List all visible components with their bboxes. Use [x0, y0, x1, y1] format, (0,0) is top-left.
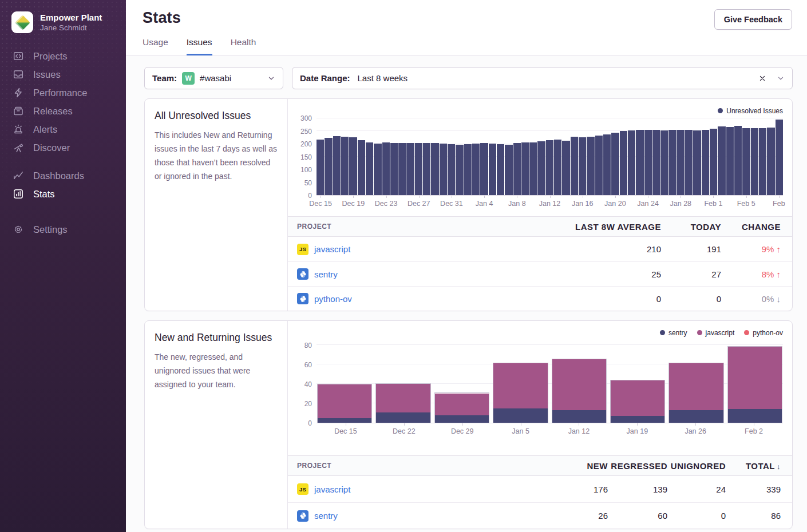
give-feedback-button[interactable]: Give Feedback	[714, 9, 792, 30]
project-link[interactable]: python-ov	[314, 294, 352, 304]
legend-item-python-ov[interactable]: python-ov	[744, 329, 783, 337]
legend-dot-icon	[744, 330, 749, 335]
panel-unresolved-info: All Unresolved Issues This includes New …	[145, 99, 288, 311]
page-title: Stats	[143, 9, 181, 27]
chevron-down-icon[interactable]	[777, 74, 785, 82]
x-axis-tick-label: Jan 26	[685, 427, 706, 435]
value-cell: 60	[608, 511, 667, 521]
bar	[603, 134, 611, 195]
org-logo-icon	[15, 15, 30, 30]
sidebar-item-settings[interactable]: Settings	[0, 220, 126, 239]
bar	[644, 130, 652, 195]
x-axis-tick	[484, 196, 485, 198]
panel-unresolved-body: Unresolved Issues 050100150200250300 Dec…	[288, 99, 792, 311]
sidebar-item-alerts[interactable]: Alerts	[0, 120, 126, 138]
bar	[537, 141, 545, 195]
segment-javascript	[552, 359, 606, 410]
x-axis-tick-label: Dec 22	[393, 427, 416, 435]
bar	[448, 144, 455, 195]
bar	[693, 130, 701, 195]
value-cell: 26	[551, 511, 608, 521]
clear-icon[interactable]	[758, 74, 766, 82]
chevron-down-icon[interactable]	[267, 74, 275, 82]
sidebar-item-releases[interactable]: Releases	[0, 102, 126, 120]
table-body: JSjavascript2101919% ↑sentry25278% ↑pyth…	[288, 237, 792, 311]
sidebar-item-performance[interactable]: Performance	[0, 84, 126, 102]
project-link[interactable]: javascript	[314, 244, 350, 254]
javascript-platform-icon: JS	[297, 244, 308, 255]
projects-icon	[13, 50, 24, 62]
sidebar-item-issues[interactable]: Issues	[0, 65, 126, 84]
table-row: JSjavascript2101919% ↑	[288, 237, 792, 261]
value-cell: 139	[608, 485, 667, 494]
legend-item-sentry[interactable]: sentry	[660, 329, 687, 337]
y-axis-tick-label: 300	[300, 114, 312, 122]
team-filter[interactable]: Team: W #wasabi	[144, 67, 283, 89]
x-axis-tick	[579, 423, 579, 426]
table-body: JSjavascript17613924339sentry2660086	[288, 476, 792, 529]
tab-health[interactable]: Health	[231, 37, 256, 55]
segment-sentry	[376, 412, 430, 423]
nav-section: Settings	[0, 220, 126, 239]
bar	[546, 140, 553, 195]
bar	[571, 137, 578, 195]
issues-icon	[13, 69, 24, 80]
sidebar-item-label: Discover	[33, 142, 70, 153]
tab-usage[interactable]: Usage	[143, 37, 168, 55]
bar	[415, 143, 422, 195]
y-axis-tick-label: 150	[300, 153, 312, 161]
value-cell: 0	[661, 294, 721, 304]
value-cell: 86	[726, 511, 781, 521]
date-range-filter[interactable]: Date Range: Last 8 weeks	[292, 67, 793, 89]
bar	[423, 143, 430, 195]
y-axis-tick-label: 60	[304, 361, 312, 369]
panel-description: This includes New and Returning issues i…	[155, 128, 277, 183]
stacked-bar	[552, 359, 607, 423]
bar	[382, 142, 390, 195]
sidebar-item-discover[interactable]: Discover	[0, 138, 126, 157]
segment-javascript	[493, 363, 547, 408]
stacked-bar-slot	[317, 340, 372, 423]
bar	[710, 129, 717, 195]
panel-all-unresolved-issues: All Unresolved Issues This includes New …	[144, 98, 793, 311]
x-axis-tick-label: Dec 15	[309, 200, 332, 208]
x-axis-tick-label: Feb	[773, 200, 785, 208]
team-avatar: W	[182, 72, 195, 85]
project-link[interactable]: javascript	[314, 485, 350, 494]
x-axis: Dec 15Dec 22Dec 29Jan 5Jan 12Jan 19Jan 2…	[317, 423, 783, 439]
project-link[interactable]: sentry	[314, 269, 338, 279]
legend-item-unresolved-issues[interactable]: Unresolved Issues	[718, 107, 783, 115]
x-axis-tick-label: Jan 12	[539, 200, 561, 208]
bar	[554, 140, 561, 195]
legend-item-javascript[interactable]: javascript	[697, 329, 735, 337]
sidebar-item-projects[interactable]: Projects	[0, 47, 126, 65]
org-switcher[interactable]: Empower Plant Jane Schmidt	[0, 0, 126, 33]
x-axis-tick	[419, 196, 420, 198]
bar	[456, 145, 463, 195]
x-axis-tick	[462, 423, 463, 426]
bar	[751, 128, 758, 195]
project-link[interactable]: sentry	[314, 511, 338, 521]
value-cell: 0	[667, 511, 726, 521]
segment-sentry	[552, 410, 606, 423]
x-axis-tick	[648, 196, 648, 198]
sidebar-item-label: Dashboards	[33, 170, 84, 181]
sidebar-item-dashboards[interactable]: Dashboards	[0, 166, 126, 185]
bar	[668, 130, 676, 195]
org-meta: Empower Plant Jane Schmidt	[40, 12, 102, 33]
bar	[767, 128, 774, 195]
bar	[726, 127, 734, 195]
column-header-total[interactable]: TOTAL↓	[726, 461, 781, 471]
x-axis-tick-label: Dec 23	[375, 200, 398, 208]
bar	[317, 140, 324, 195]
python-platform-icon	[297, 293, 308, 304]
x-axis-tick-label: Jan 16	[572, 200, 594, 208]
tab-issues[interactable]: Issues	[187, 37, 212, 55]
sidebar-item-stats[interactable]: Stats	[0, 185, 126, 203]
y-axis-tick-label: 0	[308, 192, 312, 200]
bar	[579, 137, 586, 195]
x-axis-tick-label: Dec 29	[451, 427, 474, 435]
x-axis-tick-label: Jan 12	[568, 427, 590, 435]
sidebar-item-label: Performance	[33, 88, 87, 98]
column-header-change: CHANGE	[721, 222, 781, 232]
